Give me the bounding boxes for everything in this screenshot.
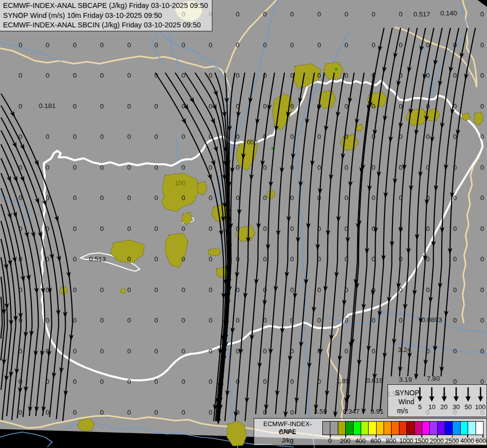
value-label: 7.80 [427, 375, 440, 382]
value-label: 0.513 [89, 255, 106, 263]
value-label-zero: 0 [290, 103, 294, 110]
wind-legend-subtitle: Wind [398, 398, 414, 406]
value-label-zero: 0 [73, 286, 77, 294]
value-label-zero: 0 [344, 347, 348, 355]
value-label: 9.91 [371, 408, 384, 415]
value-label-zero: 0 [154, 194, 158, 202]
value-label-zero: 0 [154, 286, 158, 294]
value-label-zero: 0 [480, 317, 484, 324]
title-line-sbcin: ECMWF-INDEX-ANAL SBCIN (J/kg) Friday 03-… [3, 20, 212, 30]
value-label-zero: 0 [453, 103, 457, 110]
down-arrow-icon [428, 387, 436, 402]
value-label-zero: 0 [236, 378, 240, 385]
value-label-zero: 0 [480, 41, 484, 49]
cape-colorbar-cell [323, 422, 330, 435]
value-label-zero: 0 [372, 347, 376, 355]
value-label-zero: 0 [263, 41, 267, 49]
value-label-zero: 0 [46, 409, 50, 416]
value-label-zero: 0 [263, 103, 267, 110]
cape-colorbar-box: ECMWF-INDEX-ANAL CAPE J/kg 0200400600800… [254, 418, 487, 446]
cape-colorbar-cell [406, 422, 414, 435]
value-label-zero: 0 [127, 347, 131, 355]
value-label-zero: 0 [426, 194, 430, 202]
value-label-zero: 0 [399, 103, 403, 110]
value-label-zero: 0 [100, 194, 104, 202]
value-label-zero: 0 [154, 103, 158, 110]
value-label-zero: 0 [208, 164, 212, 171]
cape-colorbar-cell [468, 422, 475, 435]
value-label-zero: 0 [263, 378, 267, 385]
cape-tick-label: 1500 [414, 438, 428, 445]
value-label-zero: 0 [372, 10, 376, 18]
value-label-zero: 0 [344, 164, 348, 171]
value-label-zero: 0 [100, 133, 104, 140]
value-label-zero: 0 [18, 194, 22, 202]
value-label-zero: 0 [426, 41, 430, 49]
value-label-zero: 0 [46, 194, 50, 202]
value-label-zero: 0 [317, 225, 321, 232]
cape-colorbar-cell [361, 422, 368, 435]
value-label-zero: 0 [480, 286, 484, 294]
value-label-zero: 0 [18, 72, 22, 79]
value-label-zero: 0 [46, 255, 50, 263]
cape-colorbar-cell [391, 422, 398, 435]
value-label-zero: 0 [344, 286, 348, 294]
cape-colorbar-cell [429, 422, 437, 435]
wind-speed-label: 30 [450, 403, 462, 411]
value-label-zero: 0 [18, 103, 22, 110]
value-label-zero: 0 [236, 225, 240, 232]
value-label-zero: 0 [127, 255, 131, 263]
value-label-zero: 0 [453, 41, 457, 49]
value-label-zero: 0 [453, 347, 457, 355]
value-label-zero: 0 [236, 317, 240, 324]
value-label-zero: 0 [236, 286, 240, 294]
value-label-zero: 0 [18, 317, 22, 324]
value-label-zero: 0 [73, 378, 77, 385]
value-label-zero: 0 [372, 164, 376, 171]
value-label-zero: 0 [399, 194, 403, 202]
value-label-zero: 0 [317, 164, 321, 171]
value-label-zero: 0 [453, 72, 457, 79]
value-label-zero: 0 [127, 317, 131, 324]
wind-speed-label: 100 [475, 403, 487, 411]
value-label-zero: 0 [46, 347, 50, 355]
weather-map: 1000000000000000000000.5170.140000000000… [0, 0, 487, 448]
value-label-zero: 0 [317, 103, 321, 110]
wind-scale-item: 30 [450, 387, 462, 411]
wind-speed-label: 10 [426, 403, 438, 411]
value-label-zero: 0 [208, 41, 212, 49]
wind-legend-box: SYNOP Wind m/s 5 10 20 30 50 100 [388, 384, 487, 417]
value-label-zero: 0 [290, 72, 294, 79]
value-label-zero: 0 [317, 286, 321, 294]
value-label-zero: 0 [317, 255, 321, 263]
value-label: 0.517 [413, 10, 430, 18]
value-label: 3.19 [399, 376, 412, 383]
value-label: 0.181 [39, 102, 56, 110]
value-label-zero: 0 [290, 409, 294, 416]
value-label-zero: 0 [182, 317, 186, 324]
wind-legend-unit: m/s [397, 407, 408, 415]
value-label-zero: 0 [399, 133, 403, 140]
wind-scale-item: 20 [438, 387, 450, 411]
value-label-zero: 0 [263, 409, 267, 416]
value-label-zero: 0 [480, 347, 484, 355]
value-label-zero: 0 [290, 41, 294, 49]
value-label-zero: 0 [399, 286, 403, 294]
value-label-zero: 0 [399, 72, 403, 79]
value-label-zero: 0 [100, 72, 104, 79]
value-label-zero: 0 [399, 225, 403, 232]
value-label-zero: 0 [263, 317, 267, 324]
value-label-zero: 0 [290, 133, 294, 140]
value-label-zero: 0 [73, 164, 77, 171]
value-label-zero: 0 [317, 133, 321, 140]
value-label-zero: 0 [154, 41, 158, 49]
value-label-zero: 0 [127, 378, 131, 385]
value-label-zero: 0 [127, 286, 131, 294]
contour-label: 000 [247, 138, 258, 146]
cape-tick-label: 0 [328, 438, 332, 445]
value-label-zero: 0 [344, 72, 348, 79]
value-label-zero: 0 [236, 409, 240, 416]
value-label-zero: 0 [208, 72, 212, 79]
value-label-zero: 0 [236, 72, 240, 79]
value-label-zero: 0 [127, 72, 131, 79]
